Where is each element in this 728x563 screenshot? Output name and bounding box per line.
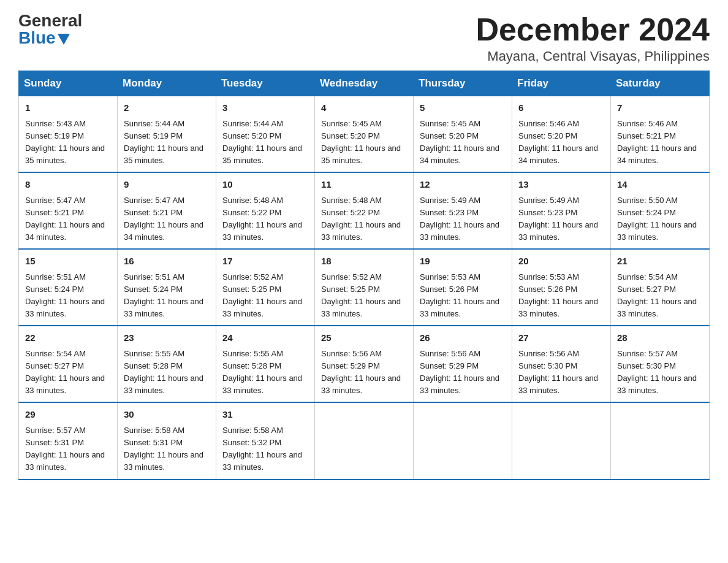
day-info: Sunrise: 5:56 AMSunset: 5:29 PMDaylight:… <box>420 348 506 397</box>
day-number: 9 <box>124 178 210 192</box>
day-number: 4 <box>321 101 407 115</box>
day-info: Sunrise: 5:45 AMSunset: 5:20 PMDaylight:… <box>321 118 407 167</box>
day-info: Sunrise: 5:50 AMSunset: 5:24 PMDaylight:… <box>617 194 703 244</box>
calendar-day-cell <box>414 402 512 479</box>
calendar-day-cell: 25Sunrise: 5:56 AMSunset: 5:29 PMDayligh… <box>315 326 414 402</box>
calendar-day-cell: 5Sunrise: 5:45 AMSunset: 5:20 PMDaylight… <box>414 96 512 173</box>
calendar-header-sunday: Sunday <box>19 71 118 96</box>
day-info: Sunrise: 5:45 AMSunset: 5:20 PMDaylight:… <box>420 118 506 167</box>
day-number: 12 <box>420 178 506 192</box>
day-info: Sunrise: 5:57 AMSunset: 5:31 PMDaylight:… <box>25 424 111 474</box>
day-number: 31 <box>222 408 308 422</box>
day-info: Sunrise: 5:46 AMSunset: 5:21 PMDaylight:… <box>617 118 703 167</box>
calendar-header-thursday: Thursday <box>414 71 512 96</box>
day-number: 1 <box>25 101 111 115</box>
day-info: Sunrise: 5:49 AMSunset: 5:23 PMDaylight:… <box>518 194 604 244</box>
day-number: 20 <box>518 255 604 269</box>
day-info: Sunrise: 5:54 AMSunset: 5:27 PMDaylight:… <box>617 271 703 321</box>
calendar-day-cell: 1Sunrise: 5:43 AMSunset: 5:19 PMDaylight… <box>19 96 118 173</box>
day-info: Sunrise: 5:48 AMSunset: 5:22 PMDaylight:… <box>222 194 308 244</box>
day-number: 5 <box>420 101 506 115</box>
calendar-day-cell: 29Sunrise: 5:57 AMSunset: 5:31 PMDayligh… <box>19 402 118 479</box>
day-info: Sunrise: 5:43 AMSunset: 5:19 PMDaylight:… <box>25 118 111 167</box>
calendar-header-row: SundayMondayTuesdayWednesdayThursdayFrid… <box>19 71 710 96</box>
calendar-day-cell: 13Sunrise: 5:49 AMSunset: 5:23 PMDayligh… <box>512 172 611 249</box>
logo-general-text: General <box>18 12 82 29</box>
day-number: 10 <box>222 178 308 192</box>
logo-triangle-icon <box>58 34 70 45</box>
day-number: 30 <box>124 408 210 422</box>
calendar-week-row: 1Sunrise: 5:43 AMSunset: 5:19 PMDaylight… <box>19 96 710 173</box>
calendar-day-cell: 24Sunrise: 5:55 AMSunset: 5:28 PMDayligh… <box>216 326 315 402</box>
day-info: Sunrise: 5:51 AMSunset: 5:24 PMDaylight:… <box>25 271 111 321</box>
calendar-day-cell: 10Sunrise: 5:48 AMSunset: 5:22 PMDayligh… <box>216 172 315 249</box>
calendar-table: SundayMondayTuesdayWednesdayThursdayFrid… <box>18 71 710 480</box>
calendar-day-cell: 15Sunrise: 5:51 AMSunset: 5:24 PMDayligh… <box>19 249 118 326</box>
calendar-week-row: 22Sunrise: 5:54 AMSunset: 5:27 PMDayligh… <box>19 326 710 402</box>
day-number: 11 <box>321 178 407 192</box>
calendar-day-cell: 6Sunrise: 5:46 AMSunset: 5:20 PMDaylight… <box>512 96 611 173</box>
day-number: 7 <box>617 101 703 115</box>
calendar-day-cell: 11Sunrise: 5:48 AMSunset: 5:22 PMDayligh… <box>315 172 414 249</box>
day-number: 24 <box>222 331 308 345</box>
calendar-day-cell: 2Sunrise: 5:44 AMSunset: 5:19 PMDaylight… <box>118 96 216 173</box>
day-info: Sunrise: 5:57 AMSunset: 5:30 PMDaylight:… <box>617 348 703 397</box>
day-number: 3 <box>222 101 308 115</box>
day-number: 17 <box>222 255 308 269</box>
calendar-day-cell: 23Sunrise: 5:55 AMSunset: 5:28 PMDayligh… <box>118 326 216 402</box>
calendar-day-cell: 21Sunrise: 5:54 AMSunset: 5:27 PMDayligh… <box>611 249 710 326</box>
day-info: Sunrise: 5:55 AMSunset: 5:28 PMDaylight:… <box>124 348 210 397</box>
day-number: 26 <box>420 331 506 345</box>
calendar-header-monday: Monday <box>118 71 216 96</box>
calendar-day-cell: 31Sunrise: 5:58 AMSunset: 5:32 PMDayligh… <box>216 402 315 479</box>
day-info: Sunrise: 5:47 AMSunset: 5:21 PMDaylight:… <box>25 194 111 244</box>
day-info: Sunrise: 5:56 AMSunset: 5:29 PMDaylight:… <box>321 348 407 397</box>
month-title: December 2024 <box>476 12 710 47</box>
calendar-day-cell <box>315 402 414 479</box>
calendar-day-cell: 17Sunrise: 5:52 AMSunset: 5:25 PMDayligh… <box>216 249 315 326</box>
location-subtitle: Mayana, Central Visayas, Philippines <box>476 48 710 64</box>
day-number: 15 <box>25 255 111 269</box>
logo-blue-text: Blue <box>18 29 70 47</box>
day-number: 13 <box>518 178 604 192</box>
title-block: December 2024 Mayana, Central Visayas, P… <box>476 12 710 64</box>
day-number: 8 <box>25 178 111 192</box>
day-info: Sunrise: 5:52 AMSunset: 5:25 PMDaylight:… <box>222 271 308 321</box>
day-info: Sunrise: 5:47 AMSunset: 5:21 PMDaylight:… <box>124 194 210 244</box>
calendar-day-cell: 7Sunrise: 5:46 AMSunset: 5:21 PMDaylight… <box>611 96 710 173</box>
calendar-day-cell: 16Sunrise: 5:51 AMSunset: 5:24 PMDayligh… <box>118 249 216 326</box>
day-number: 6 <box>518 101 604 115</box>
calendar-day-cell: 26Sunrise: 5:56 AMSunset: 5:29 PMDayligh… <box>414 326 512 402</box>
calendar-week-row: 15Sunrise: 5:51 AMSunset: 5:24 PMDayligh… <box>19 249 710 326</box>
day-info: Sunrise: 5:53 AMSunset: 5:26 PMDaylight:… <box>518 271 604 321</box>
day-number: 16 <box>124 255 210 269</box>
calendar-day-cell: 9Sunrise: 5:47 AMSunset: 5:21 PMDaylight… <box>118 172 216 249</box>
calendar-day-cell: 4Sunrise: 5:45 AMSunset: 5:20 PMDaylight… <box>315 96 414 173</box>
page-header: General Blue December 2024 Mayana, Centr… <box>18 12 710 64</box>
day-number: 27 <box>518 331 604 345</box>
day-number: 19 <box>420 255 506 269</box>
calendar-day-cell: 27Sunrise: 5:56 AMSunset: 5:30 PMDayligh… <box>512 326 611 402</box>
calendar-day-cell <box>512 402 611 479</box>
day-number: 18 <box>321 255 407 269</box>
day-number: 2 <box>124 101 210 115</box>
day-info: Sunrise: 5:56 AMSunset: 5:30 PMDaylight:… <box>518 348 604 397</box>
calendar-day-cell: 28Sunrise: 5:57 AMSunset: 5:30 PMDayligh… <box>611 326 710 402</box>
day-info: Sunrise: 5:46 AMSunset: 5:20 PMDaylight:… <box>518 118 604 167</box>
day-info: Sunrise: 5:44 AMSunset: 5:20 PMDaylight:… <box>222 118 308 167</box>
day-info: Sunrise: 5:48 AMSunset: 5:22 PMDaylight:… <box>321 194 407 244</box>
calendar-day-cell: 3Sunrise: 5:44 AMSunset: 5:20 PMDaylight… <box>216 96 315 173</box>
day-number: 14 <box>617 178 703 192</box>
calendar-day-cell: 22Sunrise: 5:54 AMSunset: 5:27 PMDayligh… <box>19 326 118 402</box>
day-number: 21 <box>617 255 703 269</box>
day-info: Sunrise: 5:44 AMSunset: 5:19 PMDaylight:… <box>124 118 210 167</box>
day-info: Sunrise: 5:49 AMSunset: 5:23 PMDaylight:… <box>420 194 506 244</box>
day-number: 25 <box>321 331 407 345</box>
day-number: 22 <box>25 331 111 345</box>
day-number: 29 <box>25 408 111 422</box>
calendar-day-cell: 12Sunrise: 5:49 AMSunset: 5:23 PMDayligh… <box>414 172 512 249</box>
day-info: Sunrise: 5:55 AMSunset: 5:28 PMDaylight:… <box>222 348 308 397</box>
calendar-day-cell: 19Sunrise: 5:53 AMSunset: 5:26 PMDayligh… <box>414 249 512 326</box>
calendar-week-row: 8Sunrise: 5:47 AMSunset: 5:21 PMDaylight… <box>19 172 710 249</box>
calendar-day-cell: 18Sunrise: 5:52 AMSunset: 5:25 PMDayligh… <box>315 249 414 326</box>
